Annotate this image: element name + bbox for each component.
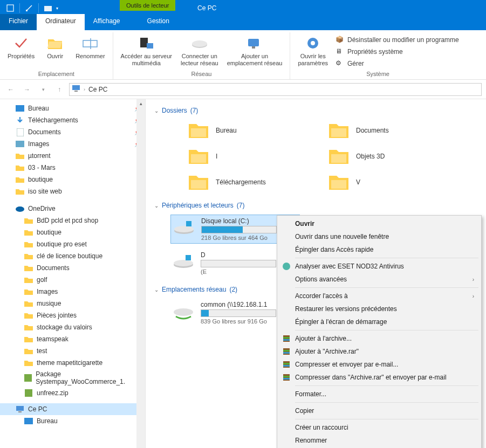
breadcrumb-item[interactable]: Ce PC: [88, 86, 107, 93]
context-menu-item[interactable]: Compresser dans "Archive.rar" et envoyer…: [279, 371, 480, 384]
rar-icon: [282, 373, 291, 382]
ribbon-open-button[interactable]: Ouvrir: [40, 33, 70, 70]
tree-item[interactable]: iso site web: [0, 185, 145, 197]
tree-item[interactable]: boutique pro eset: [0, 238, 145, 250]
tab-computer[interactable]: Ordinateur: [37, 14, 85, 30]
qat-properties-icon[interactable]: [23, 2, 35, 14]
rar-icon: [282, 334, 291, 343]
ribbon-manage-button[interactable]: ⚙Gérer: [333, 58, 461, 69]
nav-recent-button[interactable]: ▾: [37, 83, 50, 96]
tree-item[interactable]: Téléchargements📌: [0, 114, 145, 126]
tree-item[interactable]: boutique: [0, 226, 145, 238]
network-drive-icon: [173, 302, 194, 323]
tree-item[interactable]: Pièces jointes: [0, 309, 145, 321]
chevron-down-icon: ⌄: [154, 108, 159, 114]
context-menu-item[interactable]: Formater...: [279, 388, 480, 401]
tree-item[interactable]: 03 - Mars: [0, 162, 145, 174]
ribbon-media-server-button[interactable]: Accéder au serveur multimédia: [118, 33, 175, 70]
context-menu-label: Ajouter à "Archive.rar": [295, 348, 359, 355]
svg-rect-2: [44, 6, 52, 11]
folder-icon: [24, 275, 33, 284]
ribbon-connect-drive-button[interactable]: Connecter un lecteur réseau: [177, 33, 222, 70]
folder-item[interactable]: I: [187, 146, 305, 167]
tree-item[interactable]: stockage du valoirs: [0, 321, 145, 333]
ribbon-sysprops-button[interactable]: 🖥Propriétés système: [333, 46, 461, 57]
tree-label: boutique: [28, 176, 53, 183]
folder-item[interactable]: Documents: [327, 120, 446, 141]
svg-point-37: [174, 260, 193, 266]
tree-scrollbar[interactable]: ▴: [136, 99, 145, 448]
context-menu-item[interactable]: Restaurer les versions précédentes: [279, 302, 480, 315]
folder-item[interactable]: Téléchargements: [187, 171, 305, 193]
tree-label: Package Systempay_WooCommerce_1.: [36, 370, 141, 385]
context-menu-separator: [295, 287, 478, 288]
tree-item[interactable]: Images📌: [0, 138, 145, 150]
tree-item[interactable]: BdD pcld et pcd shop: [0, 215, 145, 226]
tree-item[interactable]: Documents📌: [0, 126, 145, 138]
context-menu-item[interactable]: Ajouter à "Archive.rar": [279, 345, 480, 358]
qat-newfolder-icon[interactable]: [42, 2, 54, 14]
svg-rect-49: [283, 352, 290, 354]
tree-item[interactable]: Bureau: [0, 415, 145, 427]
tree-item[interactable]: unfreez.zip: [0, 387, 145, 399]
section-drives-header[interactable]: ⌄ Périphériques et lecteurs (7): [154, 202, 486, 209]
svg-rect-19: [24, 374, 32, 382]
tree-item[interactable]: musique: [0, 298, 145, 309]
tree-item[interactable]: teamspeak: [0, 333, 145, 345]
uninstall-icon: 📦: [336, 36, 344, 44]
tree-label: Images: [28, 140, 49, 148]
context-menu-item[interactable]: Ouvrir: [279, 217, 480, 230]
nav-back-button[interactable]: ←: [4, 83, 17, 96]
drive-usage-bar: [201, 226, 277, 233]
tree-thispc[interactable]: Ce PC: [0, 403, 145, 415]
tree-item[interactable]: µtorrent: [0, 150, 145, 162]
context-menu-item[interactable]: Créer un raccourci: [279, 421, 480, 434]
folder-icon: [188, 121, 209, 140]
scroll-up-icon[interactable]: ▴: [136, 99, 145, 108]
ribbon-properties-button[interactable]: Propriétés: [4, 33, 38, 70]
navigation-tree[interactable]: Bureau📌Téléchargements📌Documents📌Images📌…: [0, 99, 146, 448]
context-menu-item[interactable]: Épingler dans Accès rapide: [279, 243, 480, 256]
context-menu-item[interactable]: Options avancées›: [279, 273, 480, 286]
folder-item[interactable]: V: [327, 171, 446, 193]
context-menu-item[interactable]: Accorder l'accès à›: [279, 290, 480, 302]
tab-view[interactable]: Affichage: [85, 14, 129, 30]
tree-item[interactable]: test: [0, 345, 145, 357]
ribbon-open-settings-button[interactable]: Ouvrir les paramètres: [295, 33, 331, 70]
folder-icon: [24, 359, 33, 367]
qat-dropdown-icon[interactable]: ▾: [56, 6, 58, 11]
tree-item[interactable]: clé de licence boutique: [0, 250, 145, 262]
folder-item[interactable]: Bureau: [187, 120, 305, 141]
context-menu-item[interactable]: Ajouter à l'archive...: [279, 332, 480, 345]
ribbon-rename-button[interactable]: Renommer: [72, 33, 108, 70]
address-bar[interactable]: › Ce PC: [69, 83, 482, 96]
nav-up-button[interactable]: ↑: [53, 83, 66, 96]
context-menu-item[interactable]: Ouvrir dans une nouvelle fenêtre: [279, 230, 480, 243]
context-menu-item[interactable]: Analyser avec ESET NOD32 Antivirus: [279, 260, 480, 273]
tree-item[interactable]: golf: [0, 274, 145, 286]
tree-item[interactable]: Package Systempay_WooCommerce_1.: [0, 369, 145, 387]
context-menu-item[interactable]: Renommer: [279, 434, 480, 447]
ribbon-group-label: Système: [366, 70, 389, 79]
folder-item[interactable]: Objets 3D: [327, 146, 446, 167]
ribbon-uninstall-button[interactable]: 📦Désinstaller ou modifier un programme: [333, 35, 461, 45]
folder-icon: [24, 228, 33, 237]
tree-item[interactable]: boutique: [0, 174, 145, 185]
qat-icon-1[interactable]: [4, 2, 16, 14]
context-menu-item[interactable]: Copier: [279, 404, 480, 417]
nav-forward-button[interactable]: →: [20, 83, 33, 96]
section-folders-header[interactable]: ⌄ Dossiers (7): [154, 107, 486, 114]
tree-item[interactable]: Images: [0, 286, 145, 298]
tab-manage[interactable]: Gestion: [139, 14, 178, 30]
svg-rect-20: [25, 389, 32, 397]
tree-item[interactable]: theme mapetitcigarette: [0, 357, 145, 369]
tree-item[interactable]: Bureau📌: [0, 102, 145, 114]
context-menu-item[interactable]: Épingler à l'écran de démarrage: [279, 315, 480, 328]
context-menu-item[interactable]: Compresser et envoyer par e-mail...: [279, 358, 480, 371]
ribbon-add-netloc-button[interactable]: Ajouter un emplacement réseau: [224, 33, 286, 70]
tree-item[interactable]: Documents: [0, 262, 145, 274]
media-server-icon: [138, 35, 155, 52]
section-count: (2): [229, 286, 237, 293]
tree-onedrive[interactable]: OneDrive: [0, 203, 145, 215]
tab-file[interactable]: Fichier: [0, 14, 37, 30]
